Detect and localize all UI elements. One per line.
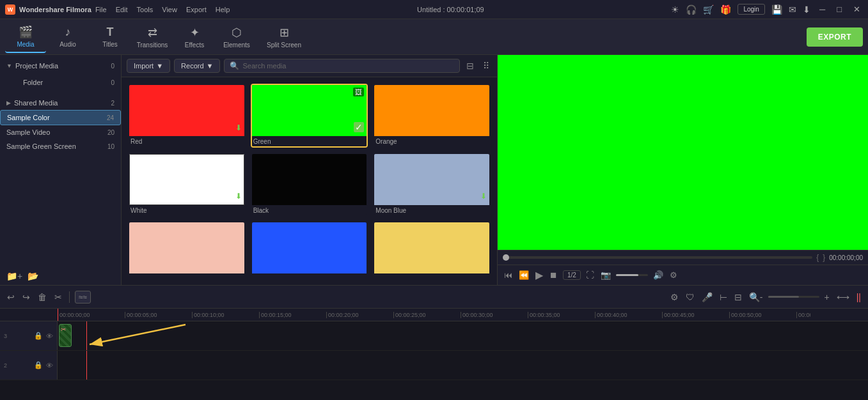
timeline-ruler: 00:00:00;0000:00:05;0000:00:10;0000:00:1… bbox=[0, 309, 868, 321]
toolbar-audio[interactable]: ♪ Audio bbox=[47, 21, 88, 53]
zoom-in-icon[interactable]: + bbox=[823, 290, 832, 304]
media-item-white-label: White bbox=[129, 205, 244, 216]
toolbar-transitions[interactable]: ⇄ Transitions bbox=[132, 21, 173, 53]
speed-fraction[interactable]: 1/2 bbox=[563, 270, 581, 280]
delete-icon[interactable]: 🗑 bbox=[36, 290, 49, 304]
shield-icon[interactable]: 🛡 bbox=[684, 290, 697, 304]
toolbar-titles[interactable]: T Titles bbox=[90, 21, 130, 53]
fit-icon[interactable]: ⟷ bbox=[835, 290, 851, 304]
track-2-lock-icon[interactable]: 🔒 bbox=[34, 361, 43, 369]
fullscreen-icon[interactable]: ⛶ bbox=[585, 269, 596, 281]
preview-timeline-slider[interactable] bbox=[503, 256, 812, 259]
skip-back-icon[interactable]: ⏮ bbox=[503, 269, 514, 281]
toolbar-elements[interactable]: ⬡ Elements bbox=[216, 21, 257, 53]
download-white-icon: ⬇ bbox=[235, 192, 242, 201]
sample-video-label: Sample Video bbox=[6, 128, 50, 136]
sidebar-item-sample-color[interactable]: Sample Color 24 bbox=[0, 110, 121, 125]
maximize-button[interactable]: □ bbox=[834, 4, 844, 14]
record-button[interactable]: Record ▼ bbox=[174, 59, 220, 73]
sidebar-item-shared-media[interactable]: ▶ Shared Media 2 bbox=[0, 96, 121, 110]
redo-icon[interactable]: ↪ bbox=[20, 290, 32, 304]
titles-label: Titles bbox=[102, 41, 118, 48]
track-2-content[interactable] bbox=[58, 351, 868, 380]
settings-timeline-icon[interactable]: ⚙ bbox=[668, 290, 681, 304]
grid-icon[interactable]: ⠿ bbox=[480, 59, 492, 72]
project-title: Untitled : 00:00:01;09 bbox=[417, 6, 484, 13]
shared-media-count: 2 bbox=[111, 100, 114, 107]
headphones-icon[interactable]: 🎧 bbox=[686, 4, 697, 15]
folder-count: 0 bbox=[111, 79, 114, 86]
search-input[interactable] bbox=[242, 62, 454, 70]
left-panel: ▼ Project Media 0 Folder 0 ▶ Shared Medi… bbox=[0, 55, 122, 285]
menu-tools[interactable]: Tools bbox=[137, 6, 154, 13]
download-icon[interactable]: ⬇ bbox=[803, 4, 810, 15]
menu-edit[interactable]: Edit bbox=[116, 6, 128, 13]
menu-view[interactable]: View bbox=[162, 6, 177, 13]
add-folder-icon[interactable]: 📁+ bbox=[6, 271, 22, 281]
undo-icon[interactable]: ↩ bbox=[5, 290, 17, 304]
folder-icon[interactable]: 📂 bbox=[28, 271, 38, 281]
save-icon[interactable]: 💾 bbox=[771, 4, 782, 15]
split-icon[interactable]: ⊢ bbox=[718, 290, 729, 304]
mosaic-icon[interactable]: ⊟ bbox=[732, 290, 744, 304]
transitions-label: Transitions bbox=[137, 42, 168, 49]
ruler-mark: 00:00:25;00 bbox=[393, 312, 461, 318]
media-item-orange[interactable]: Orange bbox=[373, 84, 491, 148]
gift-icon[interactable]: 🎁 bbox=[720, 4, 731, 15]
zoom-slider[interactable] bbox=[768, 296, 819, 298]
sidebar-item-sample-green-screen[interactable]: Sample Green Screen 10 bbox=[0, 139, 121, 153]
sidebar-item-folder[interactable]: Folder 0 bbox=[13, 75, 121, 89]
volume-icon[interactable]: 🔊 bbox=[652, 269, 665, 281]
titles-icon: T bbox=[107, 26, 114, 39]
step-back-icon[interactable]: ⏪ bbox=[517, 269, 530, 281]
stop-button[interactable]: ⏹ bbox=[548, 269, 559, 281]
toolbar-effects[interactable]: ✦ Effects bbox=[174, 21, 215, 53]
track-3-lock-icon[interactable]: 🔒 bbox=[34, 332, 43, 340]
menu-export[interactable]: Export bbox=[186, 6, 207, 13]
track-3-content[interactable]: ✂ bbox=[58, 321, 868, 350]
menu-help[interactable]: Help bbox=[216, 6, 230, 13]
export-button[interactable]: EXPORT bbox=[807, 27, 863, 47]
sidebar-item-sample-video[interactable]: Sample Video 20 bbox=[0, 125, 121, 139]
title-bar: W Wondershare Filmora File Edit Tools Vi… bbox=[0, 0, 868, 19]
media-item-yellow-label bbox=[374, 273, 489, 277]
menu-file[interactable]: File bbox=[95, 6, 107, 13]
sidebar-item-project-media[interactable]: ▼ Project Media 0 bbox=[0, 59, 121, 73]
media-item-white[interactable]: ⬇ White bbox=[128, 153, 246, 217]
media-item-green[interactable]: 🖼 ✓ Green bbox=[251, 84, 368, 148]
track-2-eye-icon[interactable]: 👁 bbox=[46, 362, 53, 369]
zoom-out-icon[interactable]: 🔍- bbox=[747, 290, 765, 304]
media-item-black[interactable]: Black bbox=[251, 153, 368, 217]
close-button[interactable]: ✕ bbox=[851, 4, 863, 14]
toolbar-splitscreen[interactable]: ⊞ Split Screen bbox=[258, 21, 310, 53]
search-input-wrap[interactable]: 🔍 bbox=[224, 59, 460, 73]
media-item-red[interactable]: ⬇ Red bbox=[128, 84, 246, 148]
toolbar-media[interactable]: 🎬 Media bbox=[5, 21, 46, 53]
track-3-eye-icon[interactable]: 👁 bbox=[46, 332, 53, 340]
message-icon[interactable]: ✉ bbox=[789, 4, 796, 15]
elements-label: Elements bbox=[223, 42, 250, 49]
cart-icon[interactable]: 🛒 bbox=[703, 4, 714, 15]
media-item-yellow[interactable] bbox=[373, 221, 491, 279]
media-item-pink[interactable] bbox=[128, 221, 246, 279]
media-item-blue[interactable] bbox=[251, 221, 368, 279]
filter-icon[interactable]: ⊟ bbox=[464, 59, 477, 72]
cut-icon[interactable]: ✂ bbox=[52, 290, 64, 304]
media-item-moon-blue[interactable]: ⬇ Moon Blue bbox=[373, 153, 491, 217]
sun-icon[interactable]: ☀ bbox=[671, 4, 679, 15]
mic-icon[interactable]: 🎤 bbox=[700, 290, 714, 304]
screenshot-icon[interactable]: 📷 bbox=[599, 269, 612, 281]
login-button[interactable]: Login bbox=[738, 4, 764, 15]
import-chevron-icon: ▼ bbox=[156, 62, 163, 70]
search-icon: 🔍 bbox=[230, 61, 239, 70]
audio-wave-icon[interactable]: ≈≈ bbox=[75, 291, 91, 304]
settings-icon[interactable]: ⚙ bbox=[668, 269, 679, 281]
minimize-button[interactable]: ─ bbox=[817, 4, 828, 14]
import-button[interactable]: Import ▼ bbox=[127, 59, 170, 73]
volume-slider[interactable] bbox=[616, 274, 648, 276]
track-3-clip[interactable]: ✂ bbox=[59, 324, 72, 347]
chevron-down-icon: ▼ bbox=[6, 63, 12, 69]
media-toolbar: Import ▼ Record ▼ 🔍 ⊟ ⠿ bbox=[122, 55, 497, 77]
play-button[interactable]: ▶ bbox=[534, 268, 544, 282]
trim-icon[interactable]: || bbox=[855, 290, 863, 304]
